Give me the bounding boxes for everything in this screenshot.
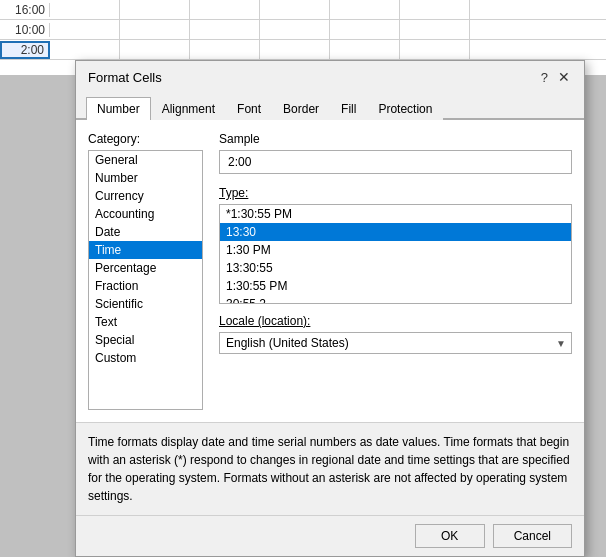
cell[interactable] (330, 40, 400, 60)
row-label-1: 16:00 (0, 3, 50, 17)
category-item[interactable]: Custom (89, 349, 202, 367)
category-item[interactable]: Text (89, 313, 202, 331)
tab-fill[interactable]: Fill (330, 97, 367, 120)
type-item[interactable]: *1:30:55 PM (220, 205, 571, 223)
cell[interactable] (50, 0, 120, 20)
close-button[interactable]: ✕ (556, 69, 572, 85)
cancel-button[interactable]: Cancel (493, 524, 572, 548)
row-label-3[interactable]: 2:00 (0, 41, 50, 59)
tab-border[interactable]: Border (272, 97, 330, 120)
cell[interactable] (120, 40, 190, 60)
type-section: Type: *1:30:55 PM13:301:30 PM13:30:551:3… (219, 186, 572, 304)
category-section: Category: GeneralNumberCurrencyAccountin… (88, 132, 203, 410)
cell[interactable] (400, 20, 470, 40)
cell[interactable] (120, 20, 190, 40)
tab-protection[interactable]: Protection (367, 97, 443, 120)
tabs-bar: Number Alignment Font Border Fill Protec… (76, 89, 584, 120)
cell[interactable] (400, 40, 470, 60)
category-item[interactable]: Special (89, 331, 202, 349)
ok-button[interactable]: OK (415, 524, 485, 548)
category-label: Category: (88, 132, 203, 146)
type-label: Type: (219, 186, 572, 200)
dialog-content: Category: GeneralNumberCurrencyAccountin… (76, 120, 584, 422)
category-item[interactable]: Accounting (89, 205, 202, 223)
cell[interactable] (50, 20, 120, 40)
sample-section: Sample 2:00 (219, 132, 572, 174)
spreadsheet-row-2: 10:00 (0, 20, 606, 40)
description-area: Time formats display date and time seria… (76, 422, 584, 515)
category-item[interactable]: Date (89, 223, 202, 241)
cell[interactable] (330, 20, 400, 40)
cell[interactable] (260, 40, 330, 60)
category-item[interactable]: Time (89, 241, 202, 259)
locale-wrapper: English (United States)English (United K… (219, 332, 572, 354)
row-cells-1 (50, 0, 606, 20)
type-item[interactable]: 1:30 PM (220, 241, 571, 259)
locale-select[interactable]: English (United States)English (United K… (219, 332, 572, 354)
cell[interactable] (400, 0, 470, 20)
help-button[interactable]: ? (537, 70, 552, 85)
dialog-controls: ? ✕ (537, 69, 572, 85)
description-text: Time formats display date and time seria… (88, 435, 570, 503)
cell[interactable] (50, 40, 120, 60)
cell[interactable] (190, 40, 260, 60)
category-item[interactable]: General (89, 151, 202, 169)
locale-label: Locale (location): (219, 314, 572, 328)
dialog-title: Format Cells (88, 70, 162, 85)
sample-label: Sample (219, 132, 572, 146)
locale-section: Locale (location): English (United State… (219, 314, 572, 354)
sample-value: 2:00 (219, 150, 572, 174)
cell[interactable] (260, 0, 330, 20)
cell[interactable] (260, 20, 330, 40)
tab-font[interactable]: Font (226, 97, 272, 120)
row-label-2: 10:00 (0, 23, 50, 37)
type-item[interactable]: 30:55,2 (220, 295, 571, 304)
tab-alignment[interactable]: Alignment (151, 97, 226, 120)
dialog-titlebar: Format Cells ? ✕ (76, 61, 584, 89)
cell[interactable] (330, 0, 400, 20)
type-list[interactable]: *1:30:55 PM13:301:30 PM13:30:551:30:55 P… (219, 204, 572, 304)
type-list-container: *1:30:55 PM13:301:30 PM13:30:551:30:55 P… (219, 204, 572, 304)
content-inner: Category: GeneralNumberCurrencyAccountin… (88, 132, 572, 410)
category-item[interactable]: Fraction (89, 277, 202, 295)
cell[interactable] (190, 0, 260, 20)
tab-number[interactable]: Number (86, 97, 151, 120)
type-item[interactable]: 13:30 (220, 223, 571, 241)
spreadsheet-row-3: 2:00 (0, 40, 606, 60)
cell[interactable] (190, 20, 260, 40)
category-item[interactable]: Scientific (89, 295, 202, 313)
category-item[interactable]: Number (89, 169, 202, 187)
category-item[interactable]: Currency (89, 187, 202, 205)
format-cells-dialog: Format Cells ? ✕ Number Alignment Font B… (75, 60, 585, 557)
row-cells-3 (50, 40, 606, 60)
type-item[interactable]: 1:30:55 PM (220, 277, 571, 295)
category-list[interactable]: GeneralNumberCurrencyAccountingDateTimeP… (88, 150, 203, 410)
spreadsheet-row-1: 16:00 (0, 0, 606, 20)
category-item[interactable]: Percentage (89, 259, 202, 277)
right-panel: Sample 2:00 Type: *1:30:55 PM13:301:30 P… (219, 132, 572, 410)
cell[interactable] (120, 0, 190, 20)
type-item[interactable]: 13:30:55 (220, 259, 571, 277)
dialog-footer: OK Cancel (76, 515, 584, 556)
row-cells-2 (50, 20, 606, 40)
